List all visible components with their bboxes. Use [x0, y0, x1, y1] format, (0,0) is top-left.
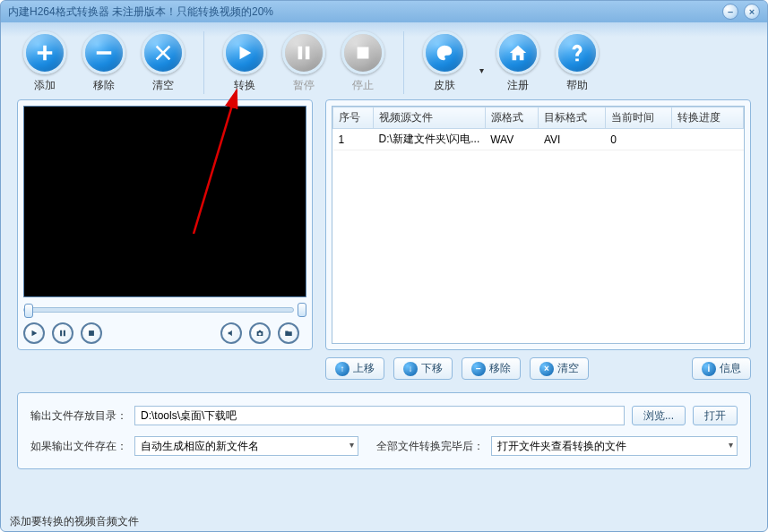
content-area: 序号 视频源文件 源格式 目标格式 当前时间 转换进度 1 D:\新建文件夹\闪…: [1, 99, 767, 350]
preview-panel: [17, 99, 313, 350]
list-remove-button[interactable]: −移除: [462, 357, 521, 380]
minimize-button[interactable]: –: [722, 4, 738, 20]
col-progress[interactable]: 转换进度: [672, 107, 744, 129]
video-preview: [23, 106, 306, 297]
add-button[interactable]: 添加: [17, 31, 73, 93]
toolbar: 添加 移除 清空 转换 暂停 停止: [1, 22, 767, 99]
home-icon: [496, 31, 539, 74]
snapshot-button[interactable]: [249, 322, 271, 344]
list-action-bar: ↑上移 ↓下移 −移除 ×清空 i信息: [309, 350, 767, 380]
open-button[interactable]: 打开: [693, 406, 738, 425]
window-title: 内建H264格式转换器 未注册版本！只能转换视频的20%: [8, 4, 722, 20]
plus-icon: [23, 31, 66, 74]
seek-slider[interactable]: [23, 303, 306, 317]
play-icon: [223, 31, 266, 74]
col-srcfmt[interactable]: 源格式: [485, 107, 539, 129]
browse-button[interactable]: 浏览...: [632, 406, 686, 425]
if-exists-select[interactable]: 自动生成相应的新文件名: [134, 436, 358, 456]
minus-icon: −: [471, 362, 486, 376]
x-icon: [142, 31, 185, 74]
clear-button[interactable]: 清空: [135, 31, 191, 93]
skin-button[interactable]: 皮肤: [417, 31, 472, 93]
output-settings-panel: 输出文件存放目录： 浏览... 打开 如果输出文件存在： 自动生成相应的新文件名…: [17, 392, 751, 469]
info-icon: i: [702, 362, 716, 376]
info-button[interactable]: i信息: [692, 357, 751, 380]
stop-icon: [341, 31, 384, 74]
output-dir-label: 输出文件存放目录：: [30, 408, 127, 424]
question-icon: [556, 31, 599, 74]
file-list-panel: 序号 视频源文件 源格式 目标格式 当前时间 转换进度 1 D:\新建文件夹\闪…: [325, 99, 751, 350]
col-curtime[interactable]: 当前时间: [605, 107, 671, 129]
app-window: 内建H264格式转换器 未注册版本！只能转换视频的20% – × 添加 移除 清…: [0, 0, 768, 532]
slider-end-marker[interactable]: [298, 303, 306, 317]
close-button[interactable]: ×: [744, 4, 760, 20]
slider-thumb[interactable]: [24, 304, 33, 318]
if-exists-label: 如果输出文件存在：: [30, 439, 127, 454]
arrow-down-icon: ↓: [403, 362, 418, 376]
minus-icon: [82, 31, 125, 74]
skin-icon: [423, 31, 466, 74]
output-dir-input[interactable]: [134, 406, 625, 425]
volume-button[interactable]: [220, 322, 242, 344]
table-row[interactable]: 1 D:\新建文件夹\闪电... WAV AVI 0: [333, 129, 744, 150]
window-controls: – ×: [722, 4, 760, 20]
folder-button[interactable]: [278, 322, 299, 344]
col-index[interactable]: 序号: [333, 107, 374, 129]
convert-button[interactable]: 转换: [217, 31, 272, 93]
player-controls: [23, 322, 306, 344]
toolbar-separator: [203, 31, 204, 94]
register-button[interactable]: 注册: [490, 31, 546, 93]
stop-button[interactable]: 停止: [335, 31, 391, 93]
arrow-up-icon: ↑: [335, 362, 349, 376]
file-table[interactable]: 序号 视频源文件 源格式 目标格式 当前时间 转换进度 1 D:\新建文件夹\闪…: [332, 106, 745, 344]
after-complete-label: 全部文件转换完毕后：: [376, 439, 484, 454]
player-play-button[interactable]: [23, 322, 45, 344]
toolbar-separator: [403, 31, 404, 94]
player-pause-button[interactable]: [52, 322, 73, 344]
statusbar: 添加要转换的视频音频文件: [1, 511, 767, 531]
skin-dropdown[interactable]: ▾: [476, 47, 487, 93]
titlebar: 内建H264格式转换器 未注册版本！只能转换视频的20% – ×: [1, 1, 767, 22]
col-source[interactable]: 视频源文件: [374, 107, 486, 129]
after-complete-select[interactable]: 打开文件夹查看转换的文件: [491, 436, 738, 456]
x-icon: ×: [539, 362, 554, 376]
help-button[interactable]: 帮助: [549, 31, 605, 93]
player-stop-button[interactable]: [81, 322, 102, 344]
col-dstfmt[interactable]: 目标格式: [539, 107, 605, 129]
remove-button[interactable]: 移除: [76, 31, 132, 93]
status-text: 添加要转换的视频音频文件: [10, 514, 139, 529]
move-down-button[interactable]: ↓下移: [393, 357, 453, 380]
pause-button[interactable]: 暂停: [276, 31, 332, 93]
pause-icon: [282, 31, 325, 74]
list-clear-button[interactable]: ×清空: [530, 357, 589, 380]
move-up-button[interactable]: ↑上移: [325, 357, 384, 380]
